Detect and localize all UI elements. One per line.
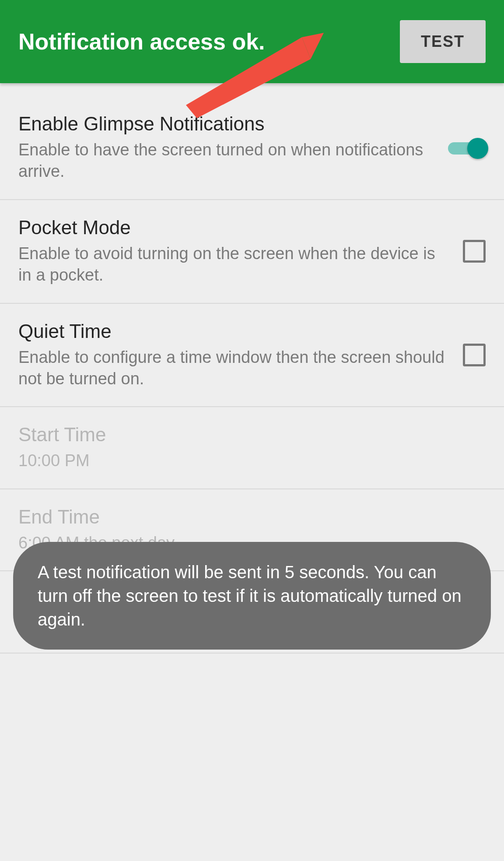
setting-desc: Enable to configure a time window then t… [18, 347, 450, 390]
setting-text: Enable Glimpse Notifications Enable to h… [18, 113, 448, 183]
header-title: Notification access ok. [18, 28, 265, 55]
setting-quiet-time[interactable]: Quiet Time Enable to configure a time wi… [0, 304, 504, 408]
setting-desc: Enable to avoid turning on the screen wh… [18, 243, 450, 286]
pocket-mode-checkbox[interactable] [463, 240, 486, 263]
test-button[interactable]: TEST [400, 20, 486, 63]
setting-text: Pocket Mode Enable to avoid turning on t… [18, 217, 463, 286]
setting-start-time: Start Time 10:00 PM [0, 407, 504, 489]
setting-enable-glimpse[interactable]: Enable Glimpse Notifications Enable to h… [0, 96, 504, 200]
switch-thumb [467, 138, 488, 159]
header-bar: Notification access ok. TEST [0, 0, 504, 83]
quiet-time-checkbox[interactable] [463, 344, 486, 366]
setting-title: Pocket Mode [18, 217, 450, 239]
setting-text: Start Time 10:00 PM [18, 424, 486, 471]
setting-title: Quiet Time [18, 320, 450, 342]
setting-text: Quiet Time Enable to configure a time wi… [18, 320, 463, 390]
setting-title: Enable Glimpse Notifications [18, 113, 435, 135]
setting-desc: Enable to have the screen turned on when… [18, 139, 435, 183]
setting-pocket-mode[interactable]: Pocket Mode Enable to avoid turning on t… [0, 200, 504, 304]
setting-title: End Time [18, 506, 472, 528]
toast-message: A test notification will be sent in 5 se… [13, 542, 491, 650]
setting-desc: 10:00 PM [18, 450, 472, 471]
enable-glimpse-toggle[interactable] [448, 138, 486, 157]
setting-title: Start Time [18, 424, 472, 446]
